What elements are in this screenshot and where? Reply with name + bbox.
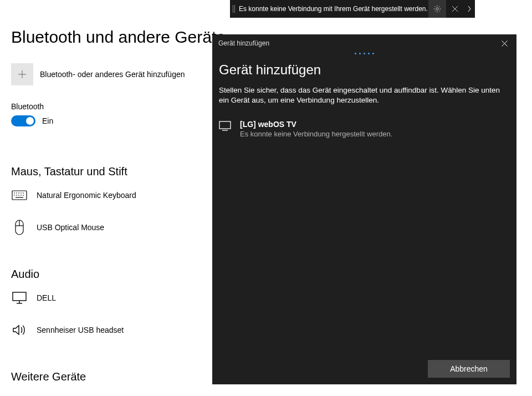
bluetooth-toggle-state: Ein <box>42 116 53 125</box>
speaker-icon <box>11 322 28 338</box>
notification-drag-handle[interactable] <box>230 0 238 18</box>
notification-message: Es konnte keine Verbindung mit Ihrem Ger… <box>238 5 428 13</box>
modal-footer: Abbrechen <box>212 353 516 384</box>
modal-titlebar[interactable]: Gerät hinzufügen <box>212 34 516 52</box>
chevron-right-icon <box>467 6 472 12</box>
keyboard-icon <box>11 187 28 204</box>
tv-icon <box>219 121 231 131</box>
modal-heading: Gerät hinzufügen <box>219 62 510 78</box>
device-name: DELL <box>37 293 56 302</box>
device-name: USB Optical Mouse <box>37 223 104 232</box>
modal-description: Stellen Sie sicher, dass das Gerät einge… <box>219 85 510 105</box>
svg-rect-16 <box>13 292 26 301</box>
mouse-icon <box>11 219 28 236</box>
modal-body: Gerät hinzufügen Stellen Sie sicher, das… <box>212 54 516 353</box>
svg-point-0 <box>436 8 438 10</box>
device-name: Sennheiser USB headset <box>37 326 124 334</box>
close-icon <box>502 40 508 47</box>
found-device-item[interactable]: [LG] webOS TV Es konnte keine Verbindung… <box>219 118 510 140</box>
notification-bar: Es konnte keine Verbindung mit Ihrem Ger… <box>230 0 475 18</box>
plus-icon <box>11 63 33 85</box>
found-device-status: Es konnte keine Verbindung hergestellt w… <box>240 130 392 138</box>
cancel-button[interactable]: Abbrechen <box>428 360 510 378</box>
found-device-name: [LG] webOS TV <box>240 120 392 129</box>
notification-close-button[interactable] <box>446 0 464 18</box>
modal-close-button[interactable] <box>492 34 516 52</box>
svg-rect-19 <box>219 121 231 129</box>
monitor-icon <box>11 290 28 306</box>
modal-window-title: Gerät hinzufügen <box>218 39 269 47</box>
bluetooth-toggle[interactable] <box>11 115 35 126</box>
settings-icon-button[interactable] <box>428 0 446 18</box>
notification-next-button[interactable] <box>464 0 475 18</box>
add-device-modal: Gerät hinzufügen Gerät hinzufügen Stelle… <box>212 34 516 384</box>
close-icon <box>452 6 458 12</box>
gear-icon <box>433 4 442 13</box>
add-device-label: Bluetooth- oder anderes Gerät hinzufügen <box>40 70 185 79</box>
device-name: Natural Ergonomic Keyboard <box>37 191 136 200</box>
